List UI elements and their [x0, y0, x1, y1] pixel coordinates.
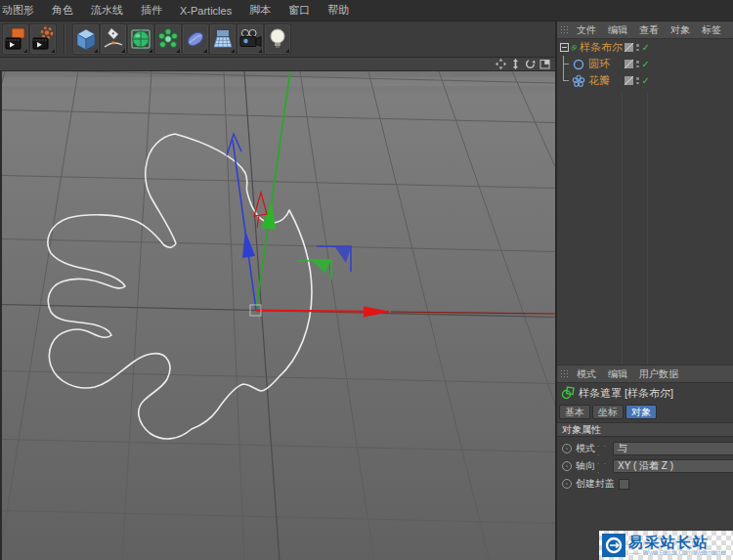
- mode-dropdown[interactable]: 与: [613, 442, 733, 455]
- mograph-array-icon[interactable]: [155, 24, 181, 54]
- environment-floor-icon[interactable]: [210, 24, 236, 54]
- menu-item-pipeline[interactable]: 流水线: [82, 3, 132, 18]
- column-divider: [647, 93, 648, 365]
- menu-item-plugins[interactable]: 插件: [132, 3, 171, 18]
- am-menu-mode[interactable]: 模式: [571, 367, 602, 381]
- field-row-axis: 轴向 . . . XY ( 沿着 Z ): [557, 459, 733, 473]
- cube-glyph: [74, 26, 98, 52]
- object-title-text: 样条遮罩 [样条布尔]: [579, 386, 673, 401]
- subdivision-surface-icon[interactable]: [128, 24, 153, 54]
- object-label[interactable]: 圆环: [588, 57, 610, 71]
- enable-check-icon[interactable]: ✓: [642, 60, 650, 69]
- circle-spline-icon: [572, 58, 585, 71]
- array-glyph: [156, 26, 180, 52]
- viewport: [0, 71, 555, 560]
- light-icon[interactable]: [265, 24, 290, 54]
- watermark-logo-icon: [602, 534, 625, 557]
- enable-check-icon[interactable]: ✓: [642, 43, 650, 53]
- menu-item-character[interactable]: 角色: [43, 3, 82, 18]
- visibility-dots[interactable]: [636, 44, 639, 51]
- expand-toggle-icon[interactable]: [560, 43, 569, 52]
- pan-icon[interactable]: [495, 59, 506, 70]
- section-title: 对象属性: [562, 423, 601, 437]
- add-cube-icon[interactable]: [73, 24, 99, 54]
- tree-row-circle[interactable]: 圆环 ✓: [557, 56, 733, 72]
- field-label: 创建封盖: [576, 477, 615, 491]
- attribute-manager-menubar: 模式 编辑 用户数据: [557, 366, 733, 383]
- menu-item-script[interactable]: 脚本: [240, 3, 280, 18]
- label-ellipsis: . . .: [597, 457, 613, 475]
- object-label[interactable]: 样条布尔: [580, 40, 623, 55]
- am-menu-userdata[interactable]: 用户数据: [633, 367, 684, 381]
- column-divider: [622, 93, 623, 365]
- freehand-spline-icon[interactable]: [101, 24, 126, 54]
- render-view-glyph: [4, 26, 27, 52]
- spline-boolean-icon: [561, 386, 575, 400]
- tab-object[interactable]: 对象: [625, 405, 657, 419]
- main-toolbar: [0, 22, 555, 58]
- tree-row-petal[interactable]: 花瓣 ✓: [557, 72, 733, 89]
- field-row-create-caps: 创建封盖: [557, 477, 733, 491]
- watermark-title: 易采站长站: [628, 535, 726, 549]
- floor-glyph: [211, 26, 235, 52]
- menu-item-window[interactable]: 窗口: [280, 3, 319, 18]
- viewport-canvas[interactable]: [2, 71, 555, 560]
- sds-glyph: [129, 26, 152, 52]
- om-menu-bookmarks[interactable]: 书签: [727, 23, 733, 37]
- menu-item-xparticles[interactable]: X-Particles: [171, 5, 240, 17]
- tab-basic[interactable]: 基本: [559, 405, 590, 419]
- om-menu-view[interactable]: 查看: [633, 23, 665, 37]
- spline-boolean-icon: [571, 41, 577, 55]
- om-menu-edit[interactable]: 编辑: [602, 23, 633, 37]
- tree-branch-icon: [563, 56, 572, 72]
- create-caps-checkbox[interactable]: [619, 479, 629, 490]
- om-menu-tags[interactable]: 标签: [696, 23, 727, 37]
- layer-swatch[interactable]: [625, 60, 633, 68]
- menu-item-help[interactable]: 帮助: [319, 3, 358, 18]
- field-label: 轴向: [576, 459, 597, 473]
- dolly-icon[interactable]: [509, 59, 521, 70]
- section-object-properties[interactable]: 对象属性: [557, 422, 733, 437]
- render-view-icon[interactable]: [3, 24, 28, 54]
- watermark-subtitle: —— Www.Easck.Com Webmaster: [628, 550, 726, 557]
- menu-item-mograph[interactable]: 动图形: [0, 3, 43, 18]
- toggle-view-icon[interactable]: [539, 59, 550, 70]
- flower-spline-icon: [572, 74, 585, 88]
- camera-icon[interactable]: [237, 24, 263, 54]
- field-label: 模式: [576, 442, 597, 455]
- deformer-icon[interactable]: [183, 24, 208, 54]
- om-menu-file[interactable]: 文件: [571, 23, 602, 37]
- orbit-icon[interactable]: [524, 59, 536, 70]
- layer-swatch[interactable]: [625, 76, 633, 85]
- tree-row-spline-boolean[interactable]: 样条布尔 ✓: [557, 39, 733, 56]
- right-panel: 文件 编辑 查看 对象 标签 书签 样条布尔: [555, 22, 733, 560]
- object-label[interactable]: 花瓣: [588, 73, 610, 88]
- render-settings-glyph: [31, 26, 55, 52]
- object-tree: 样条布尔 ✓ 圆环: [557, 39, 733, 366]
- keyframe-dot-icon[interactable]: [562, 479, 572, 489]
- tree-branch-icon: [563, 72, 572, 89]
- tab-coord[interactable]: 坐标: [592, 405, 624, 419]
- viewport-titlebar: [0, 58, 555, 71]
- axis-dropdown[interactable]: XY ( 沿着 Z ): [613, 459, 733, 473]
- panel-grip-icon[interactable]: [560, 368, 569, 379]
- visibility-dots[interactable]: [636, 61, 639, 67]
- attribute-tabs: 基本 坐标 对象: [557, 403, 733, 422]
- visibility-dots[interactable]: [636, 77, 639, 84]
- field-row-mode: 模式 . . . 与: [557, 442, 733, 455]
- keyframe-dot-icon[interactable]: [562, 444, 572, 453]
- cinema4d-window: 动图形 角色 流水线 插件 X-Particles 脚本 窗口 帮助: [0, 0, 733, 560]
- object-manager-menubar: 文件 编辑 查看 对象 标签 书签: [557, 22, 733, 39]
- attribute-object-title: 样条遮罩 [样条布尔]: [557, 383, 733, 403]
- keyframe-dot-icon[interactable]: [562, 461, 572, 471]
- am-menu-edit[interactable]: 编辑: [602, 367, 633, 381]
- render-settings-icon[interactable]: [30, 24, 56, 54]
- label-ellipsis: . . .: [597, 440, 613, 457]
- toolbar-separator: [64, 24, 65, 54]
- deformer-glyph: [184, 26, 207, 52]
- enable-check-icon[interactable]: ✓: [642, 76, 650, 86]
- watermark: 易采站长站 —— Www.Easck.Com Webmaster: [599, 531, 733, 560]
- om-menu-objects[interactable]: 对象: [665, 23, 696, 37]
- panel-grip-icon[interactable]: [560, 24, 569, 35]
- layer-swatch[interactable]: [625, 43, 633, 52]
